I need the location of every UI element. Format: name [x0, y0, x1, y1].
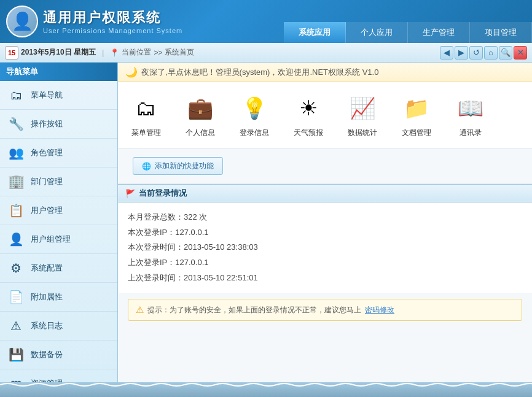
- sidebar-item-role[interactable]: 👥 角色管理: [0, 139, 117, 168]
- sidebar-item-backup[interactable]: 💾 数据备份: [0, 341, 117, 369]
- warning-icon: ⚠: [136, 304, 144, 315]
- breadcrumb: 📍 当前位置 >> 系统首页: [110, 47, 194, 58]
- resource-icon: 🗃: [7, 375, 25, 382]
- menu-mgr-label: 菜单管理: [131, 128, 161, 138]
- toolbar: 15 2013年5月10日 星期五 | 📍 当前位置 >> 系统首页 ◀ ▶ ↺…: [0, 43, 532, 63]
- app-title: 通用用户权限系统: [43, 9, 182, 27]
- avatar: 👤: [6, 6, 38, 37]
- weather-icon: ☀: [292, 92, 324, 124]
- add-quick-button[interactable]: 🌐 添加新的快捷功能: [133, 157, 223, 175]
- login-info: 本月登录总数：322 次 本次登录IP：127.0.0.1 本次登录时间：201…: [118, 202, 532, 293]
- location-page: 系统首页: [165, 47, 194, 58]
- header-tabs: 系统应用 个人应用 生产管理 项目管理: [284, 22, 532, 43]
- location-prefix: 当前位置: [122, 47, 151, 58]
- docs-icon: 📁: [401, 92, 432, 124]
- home-button[interactable]: ⌂: [484, 46, 498, 60]
- contacts-icon: 📖: [455, 92, 487, 124]
- sidebar-item-resource[interactable]: 🗃 资源管理: [0, 369, 117, 382]
- sidebar-item-menu-nav[interactable]: 🗂 菜单导航: [0, 81, 117, 110]
- separator: |: [102, 48, 104, 57]
- login-stat-2: 本次登录时间：2013-05-10 23:38:03: [128, 240, 522, 255]
- personal-info-label: 个人信息: [186, 128, 215, 138]
- footer: [0, 382, 532, 397]
- quick-icon-login-info[interactable]: 💡 登录信息: [233, 92, 275, 138]
- forward-button[interactable]: ▶: [455, 46, 468, 60]
- stats-label: 数据统计: [348, 128, 377, 138]
- location-icon: 📍: [110, 48, 119, 57]
- addon-icon: 📄: [7, 288, 25, 306]
- weather-label: 天气预报: [294, 128, 323, 138]
- quick-icon-personal[interactable]: 💼 个人信息: [179, 92, 221, 138]
- quick-icons-panel: 🗂 菜单管理 💼 个人信息 💡 登录信息 ☀ 天气预报 📈 数据统计 📁: [118, 82, 532, 148]
- login-stat-1: 本次登录IP：127.0.0.1: [128, 225, 522, 241]
- user-icon: 📋: [7, 202, 25, 219]
- back-button[interactable]: ◀: [440, 46, 453, 60]
- login-info-icon: 💡: [238, 92, 270, 124]
- quick-icon-docs[interactable]: 📁 文档管理: [396, 92, 437, 138]
- sidebar-item-dept[interactable]: 🏢 部门管理: [0, 168, 117, 196]
- add-quick-icon: 🌐: [142, 162, 151, 171]
- logo: 👤 通用用户权限系统 User Permissions Management S…: [6, 6, 182, 37]
- backup-icon: 💾: [7, 346, 25, 363]
- sidebar-item-sysconfig[interactable]: ⚙ 系统配置: [0, 254, 117, 283]
- quick-icon-stats[interactable]: 📈 数据统计: [342, 92, 383, 138]
- login-stat-0: 本月登录总数：322 次: [128, 210, 522, 225]
- syslog-icon: ⚠: [7, 317, 25, 334]
- sidebar-item-label: 用户管理: [31, 205, 63, 216]
- login-header-text: 当前登录情况: [139, 188, 187, 199]
- location-sep: >>: [154, 48, 162, 57]
- sidebar-item-label: 操作按钮: [31, 118, 63, 129]
- quick-icon-weather[interactable]: ☀ 天气预报: [288, 92, 329, 138]
- menu-mgr-icon: 🗂: [130, 92, 162, 124]
- sidebar-item-label: 部门管理: [31, 176, 63, 187]
- search-button[interactable]: 🔍: [499, 46, 512, 60]
- usergroup-icon: 👤: [7, 231, 25, 248]
- refresh-button[interactable]: ↺: [469, 46, 483, 60]
- login-header-icon: 🚩: [125, 189, 135, 198]
- add-quick-label: 添加新的快捷功能: [155, 161, 214, 171]
- login-section-header: 🚩 当前登录情况: [118, 184, 532, 202]
- op-btn-icon: 🔧: [7, 115, 25, 133]
- close-button[interactable]: ✕: [514, 46, 527, 60]
- warning-bar: ⚠ 提示：为了账号的安全，如果上面的登录情况不正常，建议您马上 密码修改: [128, 299, 522, 321]
- sidebar-item-label: 资源管理: [31, 378, 63, 382]
- tab-system-app[interactable]: 系统应用: [284, 22, 346, 43]
- sidebar-item-label: 系统配置: [31, 263, 63, 274]
- login-info-label: 登录信息: [240, 128, 269, 138]
- sidebar-item-addon[interactable]: 📄 附加属性: [0, 283, 117, 312]
- tab-production[interactable]: 生产管理: [408, 22, 470, 43]
- date-display: 15 2013年5月10日 星期五: [5, 46, 96, 60]
- login-stat-4: 上次登录时间：2013-05-10 22:51:01: [128, 271, 522, 286]
- sidebar-item-user[interactable]: 📋 用户管理: [0, 196, 117, 225]
- welcome-bar: 🌙 夜深了,早点休息吧！管理员(system)，欢迎使用.NET权限系统 V1.…: [118, 63, 532, 82]
- sidebar-item-label: 数据备份: [31, 349, 63, 360]
- welcome-icon: 🌙: [125, 66, 138, 78]
- tab-personal-app[interactable]: 个人应用: [346, 22, 408, 43]
- menu-nav-icon: 🗂: [7, 87, 25, 104]
- date-text: 2013年5月10日 星期五: [21, 47, 96, 58]
- quick-icon-contacts[interactable]: 📖 通讯录: [450, 92, 491, 138]
- sidebar-item-label: 用户组管理: [31, 234, 71, 245]
- content-area: 🌙 夜深了,早点休息吧！管理员(system)，欢迎使用.NET权限系统 V1.…: [118, 63, 532, 382]
- sysconfig-icon: ⚙: [7, 260, 25, 277]
- tab-project[interactable]: 项目管理: [470, 22, 532, 43]
- calendar-badge: 15: [5, 46, 18, 60]
- sidebar-header: 导航菜单: [0, 63, 117, 81]
- sidebar-item-syslog[interactable]: ⚠ 系统日志: [0, 312, 117, 341]
- password-change-link[interactable]: 密码修改: [365, 305, 394, 315]
- login-stat-3: 上次登录IP：127.0.0.1: [128, 255, 522, 271]
- app-subtitle: User Permissions Management System: [43, 27, 182, 34]
- header: 👤 通用用户权限系统 User Permissions Management S…: [0, 0, 532, 43]
- main-layout: 导航菜单 🗂 菜单导航 🔧 操作按钮 👥 角色管理 🏢 部门管理 📋 用户管理 …: [0, 63, 532, 382]
- sidebar-item-label: 系统日志: [31, 320, 63, 331]
- sidebar-item-usergroup[interactable]: 👤 用户组管理: [0, 225, 117, 254]
- sidebar-item-op-btn[interactable]: 🔧 操作按钮: [0, 110, 117, 139]
- welcome-text: 夜深了,早点休息吧！管理员(system)，欢迎使用.NET权限系统 V1.0: [141, 67, 378, 78]
- sidebar-item-label: 菜单导航: [31, 90, 63, 101]
- personal-info-icon: 💼: [184, 92, 216, 124]
- sidebar-item-label: 角色管理: [31, 147, 63, 158]
- add-quick-section: 🌐 添加新的快捷功能: [118, 148, 532, 184]
- sidebar-item-label: 附加属性: [31, 291, 63, 303]
- header-title: 通用用户权限系统 User Permissions Management Sys…: [43, 9, 182, 34]
- quick-icon-menu[interactable]: 🗂 菜单管理: [125, 92, 167, 138]
